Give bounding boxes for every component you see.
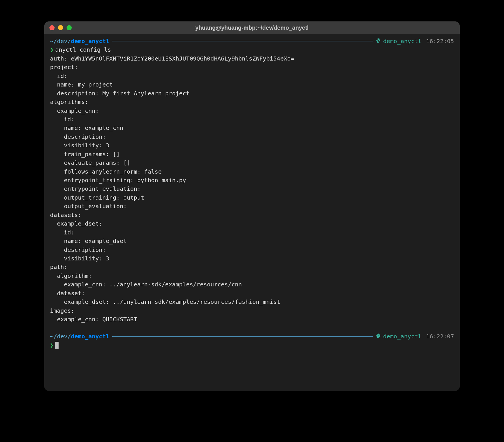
env-name: demo_anyctl	[383, 332, 421, 341]
path-tilde: ~	[50, 38, 53, 45]
traffic-lights	[49, 25, 72, 30]
path-segment: /dev/	[53, 38, 71, 45]
close-button[interactable]	[49, 25, 55, 30]
separator-line	[112, 41, 373, 41]
terminal-window: yhuang@yhuang-mbp:~/dev/demo_anyctl ~/de…	[44, 21, 460, 391]
command-output: auth: eWh1YW5nOlFXNTViR1ZoY200eU1ESXhJUT…	[50, 54, 454, 324]
prompt-arrow: ❯	[50, 46, 53, 53]
timestamp: 16:22:07	[426, 332, 454, 341]
window-title: yhuang@yhuang-mbp:~/dev/demo_anyctl	[195, 25, 309, 31]
timestamp: 16:22:05	[426, 37, 454, 45]
command-line-1: ❯anyctl config ls	[50, 45, 454, 54]
separator-line	[112, 336, 373, 337]
env-name: demo_anyctl	[383, 37, 421, 45]
prompt-line-2: ~/dev/demo_anyctl demo_anyctl 16:22:07	[50, 332, 454, 341]
titlebar: yhuang@yhuang-mbp:~/dev/demo_anyctl	[44, 21, 460, 34]
path-current-dir: demo_anyctl	[71, 333, 109, 340]
prompt-line-1: ~/dev/demo_anyctl demo_anyctl 16:22:05	[50, 37, 454, 45]
terminal-body[interactable]: ~/dev/demo_anyctl demo_anyctl 16:22:05 ❯…	[44, 34, 460, 391]
minimize-button[interactable]	[58, 25, 63, 30]
path-segment: /dev/	[53, 333, 71, 340]
spacer	[50, 324, 454, 332]
prompt-right-block: demo_anyctl 16:22:05	[376, 37, 454, 45]
command-text: anyctl config ls	[55, 46, 111, 53]
prompt-right-block: demo_anyctl 16:22:07	[376, 332, 454, 341]
prompt-arrow: ❯	[50, 342, 53, 349]
cursor	[55, 342, 59, 349]
path-current-dir: demo_anyctl	[71, 38, 109, 45]
python-icon	[376, 37, 381, 45]
maximize-button[interactable]	[67, 25, 72, 30]
python-icon	[376, 333, 381, 340]
command-line-2[interactable]: ❯	[50, 341, 454, 349]
path-tilde: ~	[50, 333, 53, 340]
